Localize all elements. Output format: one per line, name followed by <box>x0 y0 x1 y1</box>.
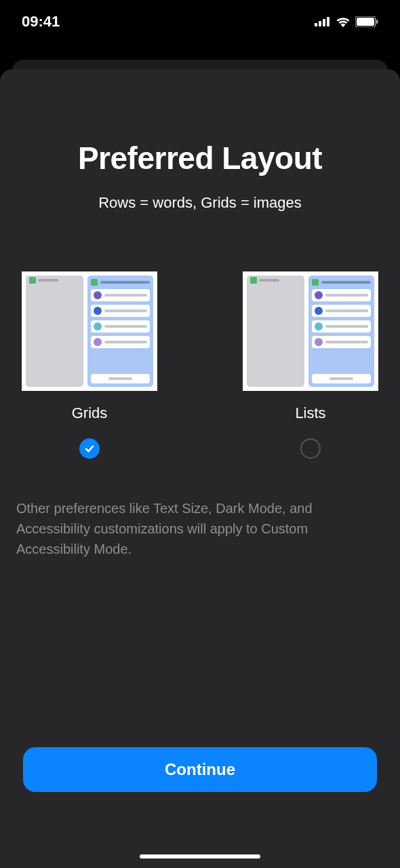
battery-icon <box>355 16 378 27</box>
wifi-icon <box>336 16 351 27</box>
status-bar: 09:41 <box>0 0 400 60</box>
svg-rect-5 <box>357 18 374 26</box>
lists-preview <box>243 271 378 391</box>
svg-rect-6 <box>376 20 378 24</box>
grids-preview <box>22 271 157 391</box>
continue-button[interactable]: Continue <box>23 747 377 792</box>
option-grids-label: Grids <box>72 404 108 422</box>
svg-rect-2 <box>323 19 325 26</box>
layout-options: Grids Lis <box>16 271 384 459</box>
radio-grids[interactable] <box>79 438 100 459</box>
svg-rect-0 <box>315 23 317 26</box>
svg-rect-1 <box>319 21 321 26</box>
main-sheet: Preferred Layout Rows = words, Grids = i… <box>0 69 400 868</box>
footnote: Other preferences like Text Size, Dark M… <box>16 498 384 559</box>
continue-button-label: Continue <box>165 760 235 779</box>
cellular-icon <box>315 17 331 26</box>
status-indicators <box>315 16 378 27</box>
option-lists-label: Lists <box>295 404 325 422</box>
radio-lists[interactable] <box>300 438 321 459</box>
home-indicator[interactable] <box>140 854 260 858</box>
option-grids[interactable]: Grids <box>22 271 157 459</box>
checkmark-icon <box>84 443 95 454</box>
svg-rect-3 <box>327 17 329 26</box>
status-time: 09:41 <box>22 13 60 31</box>
page-title: Preferred Layout <box>16 140 384 176</box>
page-subtitle: Rows = words, Grids = images <box>16 194 384 212</box>
option-lists[interactable]: Lists <box>243 271 378 459</box>
